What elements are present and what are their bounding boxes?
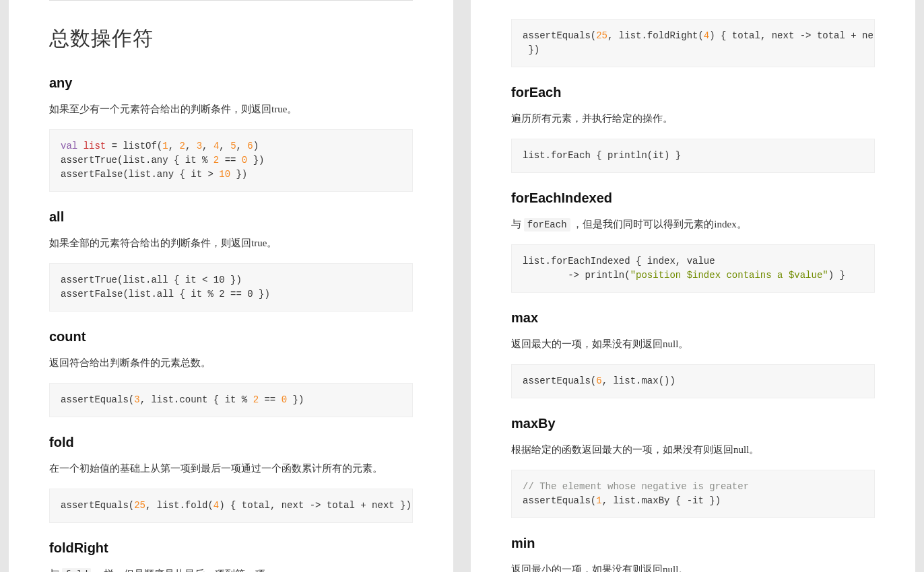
text: 。 bbox=[749, 444, 759, 455]
text: 如果全部的元素符合给出的判断条件，则返回 bbox=[49, 238, 251, 248]
code-foreachindexed: list.forEachIndexed { index, value -> pr… bbox=[511, 244, 875, 293]
text: 。 bbox=[678, 338, 688, 349]
text-roman: null bbox=[733, 444, 749, 455]
desc-foreach: 遍历所有元素，并执行给定的操作。 bbox=[511, 110, 875, 128]
page-left: 总数操作符 any 如果至少有一个元素符合给出的判断条件，则返回true。 va… bbox=[9, 0, 453, 572]
code-all: assertTrue(list.all { it < 10 }) assertF… bbox=[49, 263, 413, 312]
text: 返回符合给出判断条件的元素总数。 bbox=[49, 357, 211, 368]
subhead-foreachindexed: forEachIndexed bbox=[511, 190, 875, 206]
text: 返回最小的一项，如果没有则返回 bbox=[511, 564, 663, 572]
code-maxby: // The element whose negative is greater… bbox=[511, 470, 875, 518]
code-fold: assertEquals(25, list.fold(4) { total, n… bbox=[49, 489, 413, 523]
inline-code: fold bbox=[62, 568, 92, 572]
text: 与 bbox=[49, 569, 62, 572]
subhead-any: any bbox=[49, 75, 413, 91]
desc-foreachindexed: 与 forEach ，但是我们同时可以得到元素的index。 bbox=[511, 215, 875, 234]
subhead-foldright: foldRight bbox=[49, 540, 413, 556]
page-spread: 总数操作符 any 如果至少有一个元素符合给出的判断条件，则返回true。 va… bbox=[0, 0, 924, 572]
text-roman: null bbox=[663, 338, 678, 349]
desc-fold: 在一个初始值的基础上从第一项到最后一项通过一个函数累计所有的元素。 bbox=[49, 460, 413, 478]
subhead-count: count bbox=[49, 329, 413, 345]
text-roman: true bbox=[271, 104, 287, 114]
subhead-foreach: forEach bbox=[511, 85, 875, 100]
subhead-fold: fold bbox=[49, 435, 413, 450]
horizontal-rule bbox=[49, 0, 413, 1]
text-roman: null bbox=[663, 564, 678, 572]
text: 如果至少有一个元素符合给出的判断条件，则返回 bbox=[49, 104, 271, 114]
desc-foldright: 与 fold 一样，但是顺序是从最后一项到第一项。 bbox=[49, 565, 413, 572]
code-max: assertEquals(6, list.max()) bbox=[511, 364, 875, 398]
section-title: 总数操作符 bbox=[49, 25, 413, 52]
text: 。 bbox=[678, 564, 688, 572]
text: ，但是我们同时可以得到元素的 bbox=[570, 219, 715, 229]
desc-any: 如果至少有一个元素符合给出的判断条件，则返回true。 bbox=[49, 100, 413, 118]
code-foldright: assertEquals(25, list.foldRight(4) { tot… bbox=[511, 19, 875, 67]
page-right: assertEquals(25, list.foldRight(4) { tot… bbox=[471, 0, 915, 572]
text: 。 bbox=[287, 104, 297, 114]
subhead-min: min bbox=[511, 536, 875, 551]
desc-maxby: 根据给定的函数返回最大的一项，如果没有则返回null。 bbox=[511, 441, 875, 459]
subhead-maxby: maxBy bbox=[511, 416, 875, 431]
desc-all: 如果全部的元素符合给出的判断条件，则返回true。 bbox=[49, 234, 413, 252]
text: 与 bbox=[511, 219, 524, 229]
desc-count: 返回符合给出判断条件的元素总数。 bbox=[49, 354, 413, 372]
text: 返回最大的一项，如果没有则返回 bbox=[511, 338, 663, 349]
inline-code: forEach bbox=[524, 218, 570, 231]
text: 。 bbox=[267, 238, 277, 248]
desc-max: 返回最大的一项，如果没有则返回null。 bbox=[511, 335, 875, 353]
text: 遍历所有元素，并执行给定的操作。 bbox=[511, 113, 673, 124]
subhead-max: max bbox=[511, 310, 875, 326]
text: 根据给定的函数返回最大的一项，如果没有则返回 bbox=[511, 444, 733, 455]
subhead-all: all bbox=[49, 209, 413, 225]
code-any: val list = listOf(1, 2, 3, 4, 5, 6) asse… bbox=[49, 129, 413, 192]
code-foreach: list.forEach { println(it) } bbox=[511, 139, 875, 173]
text: 一样，但是顺序是从最后一项到第一项。 bbox=[91, 569, 275, 572]
desc-min: 返回最小的一项，如果没有则返回null。 bbox=[511, 561, 875, 572]
text-roman: index bbox=[714, 219, 736, 229]
text: 在一个初始值的基础上从第一项到最后一项通过一个函数累计所有的元素。 bbox=[49, 463, 383, 474]
text-roman: true bbox=[251, 238, 267, 248]
text: 。 bbox=[737, 219, 747, 229]
code-count: assertEquals(3, list.count { it % 2 == 0… bbox=[49, 383, 413, 417]
